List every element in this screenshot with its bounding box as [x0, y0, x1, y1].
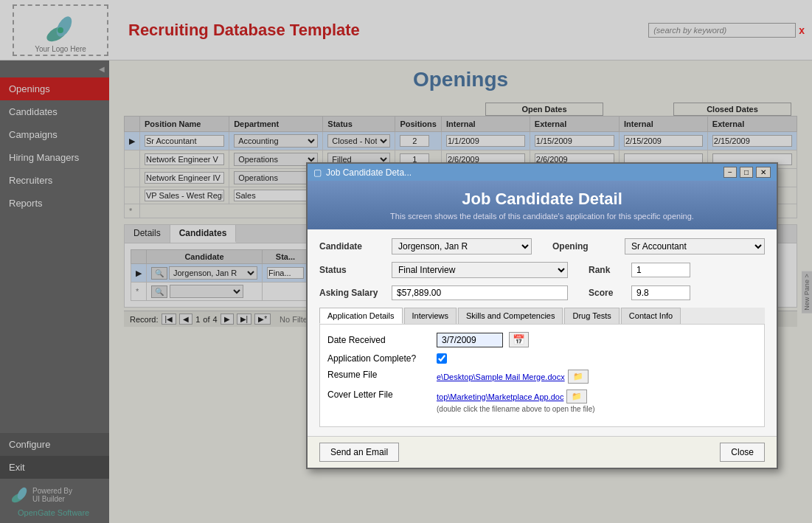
- app-complete-label: Application Complete?: [327, 353, 431, 364]
- cover-letter-browse-button[interactable]: 📁: [566, 389, 587, 403]
- salary-field: [392, 285, 568, 300]
- tab-contact-info[interactable]: Contact Info: [621, 308, 681, 324]
- modal-candidate-row: Candidate Jorgenson, Jan R Opening Sr Ac…: [319, 238, 765, 254]
- app-complete-row: Application Complete?: [327, 353, 757, 364]
- candidate-field: Jorgenson, Jan R: [392, 238, 532, 254]
- modal-overlay: ▢ Job Candidate Deta... − □ ✕ Job Candid…: [0, 0, 812, 523]
- resume-browse-button[interactable]: 📁: [568, 370, 589, 384]
- resume-file-link[interactable]: e\Desktop\Sample Mail Merge.docx: [437, 373, 565, 381]
- modal-titlebar-text: Job Candidate Deta...: [326, 167, 412, 178]
- date-received-input[interactable]: [437, 333, 503, 347]
- resume-file-row: Resume File e\Desktop\Sample Mail Merge.…: [327, 370, 757, 384]
- tab-skills-competencies[interactable]: Skills and Competencies: [458, 308, 563, 324]
- modal-close-x-button[interactable]: ✕: [756, 167, 771, 178]
- score-label: Score: [589, 288, 625, 298]
- candidate-label: Candidate: [319, 241, 386, 252]
- job-candidate-modal: ▢ Job Candidate Deta... − □ ✕ Job Candid…: [306, 162, 778, 469]
- app-complete-checkbox[interactable]: [437, 353, 447, 364]
- status-field: Final Interview: [392, 262, 568, 278]
- candidate-select[interactable]: Jorgenson, Jan R: [392, 238, 532, 254]
- cover-letter-row: Cover Letter File top\Marketing\Marketpl…: [327, 389, 757, 413]
- rank-area: Rank: [589, 263, 765, 277]
- modal-maximize-button[interactable]: □: [740, 167, 753, 178]
- modal-header: Job Candidate Detail This screen shows t…: [308, 181, 777, 229]
- opening-label: Opening: [552, 241, 619, 252]
- inner-tab-content: Date Received 📅 Application Complete? Re…: [319, 325, 765, 427]
- opening-field: Sr Accountant: [625, 238, 765, 254]
- cover-letter-label: Cover Letter File: [327, 389, 431, 400]
- salary-input[interactable]: [392, 285, 568, 300]
- date-received-row: Date Received 📅: [327, 332, 757, 347]
- modal-title-icon: ▢: [313, 167, 322, 178]
- modal-titlebar-left: ▢ Job Candidate Deta...: [313, 167, 412, 178]
- send-email-button[interactable]: Send an Email: [319, 443, 399, 462]
- calendar-button[interactable]: 📅: [509, 332, 529, 347]
- tab-application-details[interactable]: Application Details: [319, 308, 403, 324]
- modal-body: Candidate Jorgenson, Jan R Opening Sr Ac…: [308, 229, 777, 436]
- inner-tabs: Application Details Interviews Skills an…: [319, 308, 765, 325]
- modal-salary-row: Asking Salary Score: [319, 285, 765, 300]
- modal-header-subtitle: This screen shows the details of this ca…: [322, 212, 762, 221]
- opening-select[interactable]: Sr Accountant: [625, 238, 765, 254]
- date-received-label: Date Received: [327, 335, 431, 345]
- cover-letter-link[interactable]: top\Marketing\Marketplace App.doc: [437, 392, 563, 401]
- modal-minimize-button[interactable]: −: [723, 167, 737, 178]
- status-label: Status: [319, 265, 386, 275]
- modal-footer: Send an Email Close: [308, 436, 777, 468]
- score-input[interactable]: [631, 285, 690, 300]
- asking-salary-label: Asking Salary: [319, 288, 386, 298]
- modal-status-row: Status Final Interview Rank: [319, 262, 765, 278]
- tab-interviews[interactable]: Interviews: [404, 308, 457, 324]
- rank-input[interactable]: [631, 263, 690, 277]
- modal-titlebar: ▢ Job Candidate Deta... − □ ✕: [308, 164, 777, 181]
- close-modal-button[interactable]: Close: [720, 443, 765, 462]
- resume-file-label: Resume File: [327, 370, 431, 380]
- tab-drug-tests[interactable]: Drug Tests: [564, 308, 619, 324]
- file-hint: (double click the filename above to open…: [437, 405, 595, 413]
- status-select[interactable]: Final Interview: [392, 262, 568, 278]
- modal-window-controls: − □ ✕: [723, 167, 771, 178]
- score-area: Score: [589, 285, 765, 300]
- rank-label: Rank: [589, 265, 625, 275]
- modal-header-title: Job Candidate Detail: [322, 190, 762, 209]
